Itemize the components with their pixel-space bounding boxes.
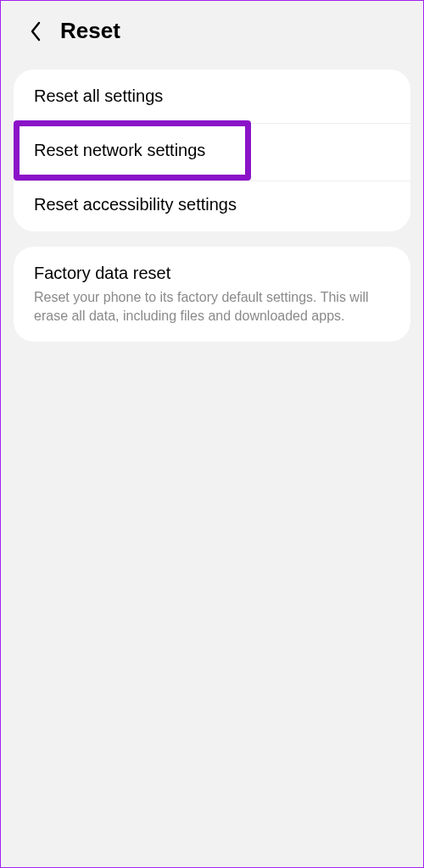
list-item-reset-accessibility[interactable]: Reset accessibility settings — [14, 178, 410, 231]
header: Reset — [1, 1, 423, 70]
item-label: Reset network settings — [34, 141, 390, 160]
factory-reset-card: Factory data reset Reset your phone to i… — [14, 247, 410, 342]
item-label: Reset all settings — [34, 86, 390, 106]
list-item-factory-reset[interactable]: Factory data reset Reset your phone to i… — [14, 247, 410, 342]
page-title: Reset — [60, 18, 120, 44]
item-label: Reset accessibility settings — [34, 195, 390, 214]
reset-options-card: Reset all settings Reset network setting… — [14, 70, 410, 231]
list-item-reset-all[interactable]: Reset all settings — [14, 70, 410, 124]
item-description: Reset your phone to its factory default … — [34, 288, 390, 325]
back-icon[interactable] — [26, 22, 45, 41]
item-title: Factory data reset — [34, 264, 390, 283]
list-item-reset-network[interactable]: Reset network settings — [14, 120, 410, 181]
